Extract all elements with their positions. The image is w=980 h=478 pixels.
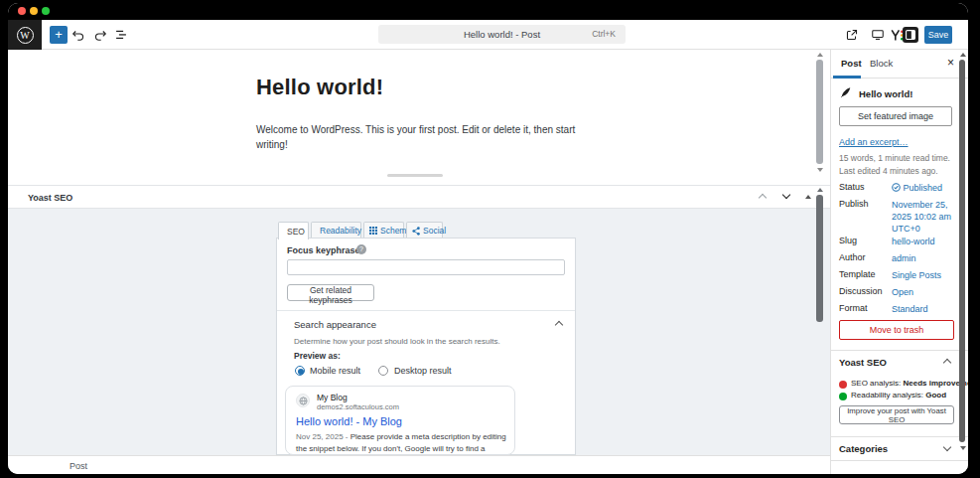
expand-categories-icon[interactable] [943,443,951,451]
close-sidebar-icon[interactable]: × [947,56,954,70]
metabox-toggle-icon[interactable] [805,195,811,199]
desktop-background: W + Hello world! - Post Ctrl+K [0,0,980,478]
set-featured-image-button[interactable]: Set featured image [839,106,952,126]
field-value-author[interactable]: admin [892,252,955,264]
focus-keyphrase-input[interactable] [287,259,565,275]
yoast-metabox-header[interactable]: Yoast SEO [8,185,830,209]
post-quill-icon [840,86,852,98]
sidebar-scroll-down-arrow[interactable] [960,446,966,450]
tab-post[interactable]: Post [841,58,862,69]
snippet-separator: - [346,432,349,441]
add-excerpt-link[interactable]: Add an excerpt… [839,137,909,147]
field-label-status: Status [839,182,865,192]
desktop-result-label: Desktop result [394,366,452,376]
sidebar-tabs: Post Block × [831,50,968,79]
seo-analysis-text: SEO analysis: Needs improvement [851,379,968,388]
yoast-panel-title: Yoast SEO [839,357,887,368]
tab-seo[interactable]: SEO [278,222,309,239]
breadcrumb[interactable]: Post [70,461,87,471]
metabox-move-down-icon[interactable] [782,191,790,199]
field-value-slug[interactable]: hello-world [892,236,955,247]
scroll-down-arrow[interactable] [817,168,823,172]
sidebar-scroll-up-arrow[interactable] [960,53,966,57]
search-appearance-title: Search appearance [294,319,376,330]
readability-analysis-value: Good [925,391,946,399]
undo-icon[interactable] [71,28,85,42]
settings-sidebar: Post Block × Hello world! Set featured i… [830,50,968,474]
metabox-resize-handle[interactable] [387,174,443,177]
snippet-title-link[interactable]: Hello world! - My Blog [296,415,402,427]
divider [831,350,968,351]
metabox-move-up-icon[interactable] [759,194,767,202]
status-published-text: Published [904,183,943,193]
get-related-keyphrases-button[interactable]: Get related keyphrases [287,284,374,301]
canvas-scrollbar[interactable] [816,60,823,164]
view-post-external-icon[interactable] [845,28,859,42]
block-inserter-button[interactable]: + [50,26,68,44]
tab-readability-label: Readability [320,226,361,236]
divider [277,310,575,311]
snippet-preview-card[interactable]: My Blog demos2.softaculous.com Hello wor… [285,386,515,455]
scroll-up-arrow[interactable] [817,53,823,57]
field-value-publish[interactable]: November 25, 2025 10:02 am UTC+0 [892,199,955,235]
mobile-result-radio[interactable] [295,366,305,376]
list-view-icon[interactable] [114,28,128,42]
field-label-template: Template [839,269,876,279]
preview-as-label: Preview as: [294,351,341,361]
sidebar-scrollbar[interactable] [959,60,965,442]
seo-analysis-dot-icon [839,381,847,389]
settings-sidebar-toggle[interactable] [903,27,918,43]
search-appearance-description: Determine how your post should look in t… [294,337,500,346]
schema-grid-icon [369,227,377,235]
close-window-button[interactable] [18,7,26,15]
word-count-text: 15 words, 1 minute read time. [839,153,950,163]
metabox-scrollbar[interactable] [816,195,823,322]
command-palette[interactable]: Hello world! - Post Ctrl+K [378,25,626,44]
editor-header: W + Hello world! - Post Ctrl+K [8,20,968,50]
last-edited-text: Last edited 4 minutes ago. [839,166,938,176]
categories-panel-title: Categories [839,443,888,454]
readability-analysis-label: Readability analysis: [851,391,923,399]
tab-social-label: Social [423,226,446,236]
desktop-result-radio[interactable] [378,366,388,376]
field-value-template[interactable]: Single Posts [892,269,955,281]
minimize-window-button[interactable] [30,7,38,15]
site-favicon-globe-icon [296,394,310,407]
field-label-format: Format [839,303,868,313]
window-titlebar [8,3,968,20]
focus-keyphrase-label: Focus keyphrase [287,245,360,255]
tab-social[interactable]: Social [406,222,443,239]
field-value-format[interactable]: Standard [892,303,955,315]
divider [831,460,968,461]
collapse-yoast-panel-icon[interactable] [943,359,951,367]
zoom-window-button[interactable] [42,7,50,15]
post-canvas[interactable] [8,50,830,185]
tab-block[interactable]: Block [870,58,893,69]
post-paragraph[interactable]: Welcome to WordPress. This is your first… [256,122,588,152]
help-icon[interactable]: ? [356,244,366,254]
snippet-date: Nov 25, 2025 [296,432,344,441]
snippet-site-url: demos2.softaculous.com [317,402,399,411]
save-button[interactable]: Save [924,26,952,44]
field-label-publish: Publish [839,199,869,209]
metabox-scroll-up-arrow[interactable] [817,188,823,192]
move-to-trash-button[interactable]: Move to trash [839,320,954,340]
field-value-status[interactable]: Published [892,182,955,194]
seo-analysis-label: SEO analysis: [851,379,901,388]
snippet-description: Nov 25, 2025 - Please provide a meta des… [296,431,508,455]
preview-device-icon[interactable] [871,28,885,42]
redo-icon[interactable] [93,28,107,42]
tab-seo-label: SEO [287,227,305,237]
editor-footer: Post [8,455,830,474]
improve-post-button[interactable]: Improve your post with Yoast SEO [839,405,954,424]
field-value-discussion[interactable]: Open [892,286,955,298]
command-shortcut: Ctrl+K [592,29,616,39]
field-label-discussion: Discussion [839,286,883,296]
tab-readability[interactable]: Readability [311,222,361,239]
active-tab-underline [833,76,861,79]
divider [831,436,968,437]
tab-schema[interactable]: Schema [363,222,404,239]
post-title[interactable]: Hello world! [256,75,383,100]
wordpress-logo-icon[interactable]: W [8,20,42,50]
yoast-metabox-title: Yoast SEO [28,193,72,203]
